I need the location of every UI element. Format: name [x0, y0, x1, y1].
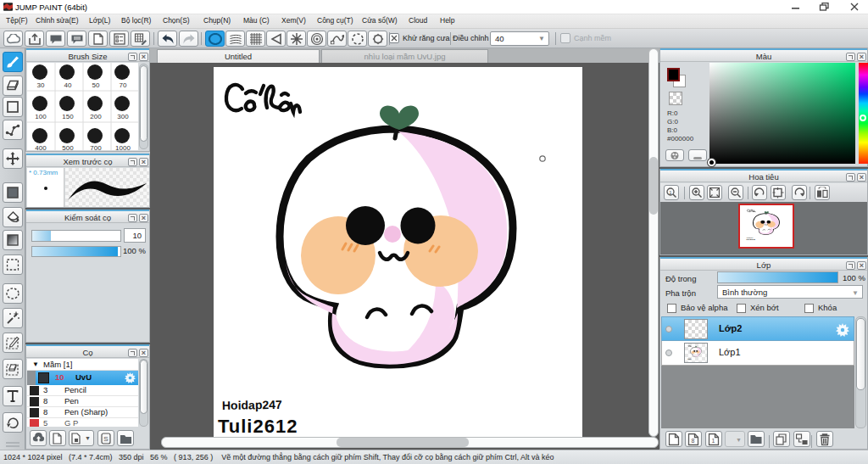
svg-text:50: 50	[92, 81, 100, 89]
svg-text:40: 40	[64, 81, 72, 89]
svg-text:S: S	[103, 435, 108, 443]
svg-text:Hoidap247: Hoidap247	[222, 398, 282, 412]
svg-text:70: 70	[120, 81, 127, 89]
svg-text:200: 200	[90, 113, 102, 120]
svg-text:1: 1	[712, 437, 715, 443]
svg-text:300: 300	[117, 113, 129, 120]
svg-text:1: 1	[669, 190, 672, 195]
svg-text:8: 8	[692, 437, 695, 443]
svg-text:Tuli2612: Tuli2612	[218, 416, 298, 437]
svg-text:400: 400	[35, 144, 47, 150]
svg-text:700: 700	[90, 144, 102, 150]
svg-text:150: 150	[62, 113, 74, 120]
svg-text:100: 100	[35, 113, 47, 120]
svg-text:1000: 1000	[115, 144, 131, 150]
svg-text:30: 30	[37, 81, 45, 89]
svg-text:500: 500	[62, 144, 74, 150]
